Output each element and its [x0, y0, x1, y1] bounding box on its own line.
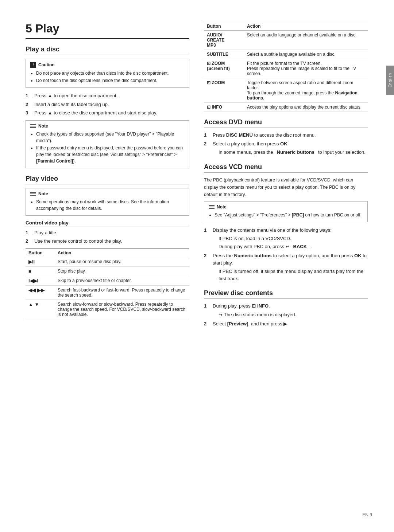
- button-cell: ⊡ INFO: [204, 103, 244, 112]
- left-column: 5 Play Play a disc ! Caution Do not plac…: [26, 22, 189, 510]
- button-cell: ▲ ▼: [26, 300, 55, 319]
- language-tab-label: English: [388, 73, 392, 87]
- preview-steps: 1 During play, press ⊡ INFO. ↪ The disc …: [204, 302, 368, 328]
- table-row: ▲ ▼ Search slow-forward or slow-backward…: [26, 300, 189, 319]
- preview-disc-title: Preview disc contents: [204, 289, 368, 299]
- caution-label: Caution: [38, 62, 55, 67]
- action-cell: Stop disc play.: [55, 266, 189, 276]
- table-row: ■ Stop disc play.: [26, 266, 189, 276]
- sub-steps: If PBC is turned off, it skips the menu …: [213, 268, 368, 282]
- step-3: 3 Press ▲ to close the disc compartment …: [26, 109, 189, 117]
- action-cell: Search fast-backward or fast-forward. Pr…: [55, 285, 189, 300]
- step-1: 1 Press ▲ to open the disc compartment.: [26, 92, 189, 99]
- note-box: Note Check the types of discs supported …: [26, 120, 189, 168]
- access-dvd-menu-title: Access DVD menu: [204, 118, 368, 128]
- action-cell: Start, pause or resume disc play.: [55, 257, 189, 266]
- sub-steps: In some menus, press the Numeric buttons…: [213, 149, 366, 156]
- caution-box: ! Caution Do not place any objects other…: [26, 59, 189, 88]
- step-content: During play, press ⊡ INFO. ↪ The disc st…: [213, 302, 296, 319]
- step-content: Press the Numeric buttons to select a pl…: [213, 252, 368, 283]
- note-icon: [209, 204, 215, 210]
- play-video-title: Play video: [26, 175, 189, 184]
- play-a-disc-title: Play a disc: [26, 46, 189, 55]
- sub-section-control-video: Control video play 1 Play a title. 2 Use…: [26, 220, 189, 319]
- note-list: Check the types of discs supported (see …: [30, 131, 185, 164]
- note-label: Note: [38, 124, 48, 129]
- button-cell: ⊡ ZOOM: [204, 78, 244, 103]
- step-number: 1: [204, 132, 209, 139]
- vcd-body: The PBC (playback control) feature is av…: [204, 176, 368, 198]
- action-cell: Toggle between screen aspect ratio and d…: [244, 78, 368, 103]
- step-2: 2 Insert a disc with its label facing up…: [26, 101, 189, 108]
- svg-rect-7: [209, 207, 215, 207]
- step-2: 2 Press the Numeric buttons to select a …: [204, 252, 368, 283]
- button-cell: AUDIO/CREATEMP3: [204, 31, 244, 50]
- button-cell: SUBTITLE: [204, 50, 244, 59]
- step-text: During play, press ⊡ INFO.: [213, 303, 270, 309]
- step-number: 3: [26, 109, 31, 117]
- svg-rect-0: [30, 124, 36, 125]
- page-footer: EN 9: [362, 512, 372, 517]
- control-video-steps: 1 Play a title. 2 Use the remote control…: [26, 229, 189, 245]
- access-vcd-menu-title: Access VCD menu: [204, 163, 368, 173]
- note-box-video: Note Some operations may not work with s…: [26, 188, 189, 216]
- table-header-button: Button: [26, 249, 55, 257]
- control-video-title: Control video play: [26, 220, 189, 227]
- svg-rect-5: [30, 195, 36, 196]
- step-number: 2: [26, 101, 31, 108]
- step-number: 1: [26, 92, 31, 99]
- section-access-dvd-menu: Access DVD menu 1 Press DISC MENU to acc…: [204, 118, 368, 157]
- button-cell: ◀◀ ▶▶: [26, 285, 55, 300]
- control-video-table: Button Action ▶II Start, pause or resume…: [26, 249, 189, 319]
- play-disc-steps: 1 Press ▲ to open the disc compartment. …: [26, 92, 189, 117]
- step-number: 2: [204, 140, 209, 157]
- step-text: Select [Preview], and then press ▶: [213, 320, 287, 328]
- step-content: Display the contents menu via one of the…: [213, 227, 332, 251]
- table-header-action: Action: [55, 249, 189, 257]
- table-row: ▶II Start, pause or resume disc play.: [26, 257, 189, 266]
- chapter-title-text: Play: [35, 22, 59, 35]
- list-item: Do not touch the disc optical lens insid…: [36, 77, 185, 84]
- table-header-button: Button: [204, 22, 244, 31]
- step-1: 1 Play a title.: [26, 229, 189, 236]
- chapter-number: 5: [26, 22, 32, 35]
- list-item: In some menus, press the Numeric buttons…: [219, 149, 366, 156]
- step-text: Select a play option, then press OK.: [213, 141, 289, 146]
- right-column: Button Action AUDIO/CREATEMP3 Select an …: [204, 22, 368, 510]
- step-text: Insert a disc with its label facing up.: [34, 101, 109, 108]
- note-header: Note: [30, 124, 185, 129]
- note-list: See "Adjust settings" > "Preferences" > …: [209, 212, 364, 218]
- step-text: Press DISC MENU to access the disc root …: [213, 132, 316, 139]
- list-item: If PBC is turned off, it skips the menu …: [219, 268, 368, 282]
- step-text: Use the remote control to control the pl…: [34, 238, 122, 245]
- dvd-menu-steps: 1 Press DISC MENU to access the disc roo…: [204, 132, 368, 157]
- table-row: ⊡ ZOOM(Screen fit) Fit the picture forma…: [204, 59, 368, 78]
- button-cell: I◀▶I: [26, 276, 55, 285]
- step-text: Play a title.: [34, 229, 58, 236]
- note-icon: [30, 124, 36, 129]
- step-2: 2 Select a play option, then press OK. I…: [204, 140, 368, 157]
- caution-list: Do not place any objects other than disc…: [30, 70, 185, 84]
- list-item: Check the types of discs supported (see …: [36, 131, 185, 144]
- button-cell: ▶II: [26, 257, 55, 266]
- table-header-action: Action: [244, 22, 368, 31]
- page: English 5 Play Play a disc ! Caution Do …: [0, 0, 394, 532]
- action-cell: Select an audio language or channel avai…: [244, 31, 368, 50]
- sub-steps: If PBC is on, load in a VCD/SVCD. During…: [213, 235, 332, 250]
- caution-icon: !: [30, 62, 36, 68]
- action-cell: Select a subtitle language available on …: [244, 50, 368, 59]
- svg-rect-6: [209, 205, 215, 206]
- note-box-vcd: Note See "Adjust settings" > "Preference…: [204, 201, 368, 222]
- action-cell: Fit the picture format to the TV screen.…: [244, 59, 368, 78]
- list-item: Do not place any objects other than disc…: [36, 70, 185, 77]
- step-text: Press ▲ to close the disc compartment an…: [34, 109, 157, 117]
- step-number: 2: [204, 320, 209, 328]
- step-1: 1 Press DISC MENU to access the disc roo…: [204, 132, 368, 139]
- section-preview-disc: Preview disc contents 1 During play, pre…: [204, 289, 368, 328]
- step-1: 1 During play, press ⊡ INFO. ↪ The disc …: [204, 302, 368, 319]
- button-cell: ⊡ ZOOM(Screen fit): [204, 59, 244, 78]
- table-row: ⊡ INFO Access the play options and displ…: [204, 103, 368, 112]
- note-header: Note: [30, 191, 185, 196]
- step-number: 1: [204, 227, 209, 251]
- list-item: If PBC is on, load in a VCD/SVCD.: [219, 235, 332, 242]
